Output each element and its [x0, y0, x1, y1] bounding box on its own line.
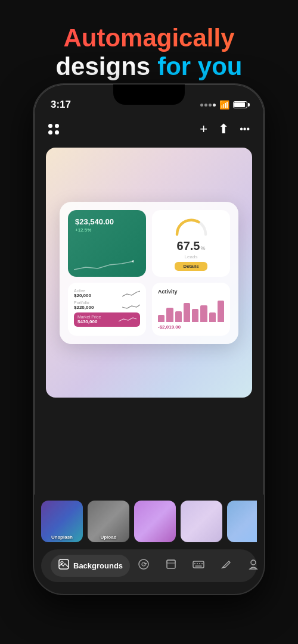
activity-card: Activity -$2,019.00: [152, 283, 230, 336]
phone-frame: 3:17 📶 + ⬆ •••: [33, 83, 265, 595]
stat-active-value: $20,000: [74, 293, 91, 298]
details-button[interactable]: Details: [175, 262, 207, 271]
draw-icon: [219, 558, 232, 574]
keyboard-icon: [192, 558, 205, 574]
stat-active-label: Active: [74, 289, 91, 293]
toolbar-actions: + ⬆ •••: [200, 121, 250, 137]
active-sparkline: [122, 289, 140, 298]
bar-5: [192, 309, 198, 322]
grid-dot-1: [48, 124, 52, 128]
gauge-value: 67.5: [177, 239, 200, 253]
app-header: Automagically designs for you: [0, 0, 298, 93]
stat-market-label: Market Price: [77, 315, 101, 319]
headline-automagically: Automagically: [18, 24, 280, 52]
svg-rect-7: [193, 561, 204, 568]
stat-portfolio-label: Portfolio: [74, 301, 94, 305]
stat-row-market: Market Price $430,000: [74, 312, 140, 327]
tab-layers[interactable]: [157, 554, 185, 577]
more-button[interactable]: •••: [240, 124, 250, 135]
tab-draw[interactable]: [212, 554, 240, 577]
share-button[interactable]: ⬆: [218, 121, 229, 137]
stats-card: Active $20,000 Portfolio $220,000: [68, 283, 146, 336]
stat-row-active: Active $20,000: [74, 289, 140, 298]
gauge-label: Leads: [185, 254, 198, 260]
design-canvas[interactable]: $23,540.00 +12.5% 67.5 % Leads Detai: [46, 148, 252, 398]
backgrounds-icon: [58, 558, 70, 573]
phone-toolbar: + ⬆ •••: [34, 117, 264, 142]
balance-card: $23,540.00 +12.5%: [68, 210, 146, 277]
balance-chart: [74, 259, 134, 271]
activity-value: -$2,019.00: [158, 324, 224, 330]
activity-chart: [158, 298, 224, 322]
balance-change: +12.5%: [75, 227, 139, 233]
bar-1: [158, 315, 164, 322]
svg-point-2: [61, 561, 63, 564]
layers-icon: [164, 558, 178, 574]
signal-dots: [200, 104, 216, 107]
grid-dot-4: [55, 130, 59, 135]
bar-8: [218, 301, 224, 322]
grid-icon[interactable]: [48, 124, 59, 135]
headline-foryou: for you: [157, 52, 242, 81]
stat-market-value: $430,000: [77, 319, 101, 324]
stat-portfolio-value: $220,000: [74, 305, 94, 310]
thumb-purple[interactable]: [134, 501, 176, 542]
dashboard-preview: $23,540.00 +12.5% 67.5 % Leads Detai: [60, 202, 238, 344]
tab-bar: Backgrounds: [41, 549, 257, 582]
bar-2: [166, 308, 173, 322]
svg-rect-1: [59, 559, 69, 569]
portfolio-sparkline: [122, 301, 140, 310]
market-sparkline: [119, 315, 136, 324]
bar-3: [175, 311, 182, 322]
balance-amount: $23,540.00: [75, 217, 139, 226]
headline-designs: designs: [55, 52, 150, 81]
leads-gauge-card: 67.5 % Leads Details: [152, 210, 230, 277]
svg-rect-5: [167, 560, 175, 568]
grid-dot-3: [48, 130, 52, 135]
thumb-upload-label: Upload: [88, 534, 129, 540]
gauge-unit: %: [200, 245, 205, 251]
stickers-icon: [137, 558, 150, 574]
shapes-icon: [247, 558, 260, 574]
headline-tagline: designs for you: [18, 52, 280, 81]
thumb-upload[interactable]: Upload: [88, 501, 129, 542]
activity-title: Activity: [158, 289, 224, 295]
thumb-unsplash[interactable]: Unsplash: [41, 501, 83, 542]
phone-bottom-panel: Unsplash Upload Backgrounds: [34, 495, 264, 594]
tab-backgrounds[interactable]: Backgrounds: [51, 555, 130, 577]
tab-shapes[interactable]: [240, 554, 265, 577]
signal-dot-2: [204, 104, 207, 107]
status-icons: 📶: [200, 100, 247, 110]
bar-4: [184, 303, 190, 322]
backgrounds-label: Backgrounds: [73, 561, 123, 570]
thumb-lavender[interactable]: [181, 501, 222, 542]
wifi-icon: 📶: [219, 100, 229, 110]
status-time: 3:17: [51, 99, 71, 111]
thumb-blue[interactable]: [227, 501, 257, 542]
tab-stickers[interactable]: [130, 554, 157, 577]
add-button[interactable]: +: [200, 121, 207, 137]
thumb-unsplash-label: Unsplash: [41, 534, 83, 540]
signal-dot-3: [209, 104, 212, 107]
battery-icon: [233, 101, 247, 108]
grid-dot-2: [55, 124, 59, 128]
status-bar: 3:17 📶: [34, 85, 264, 117]
svg-point-0: [132, 260, 134, 262]
bar-7: [209, 312, 216, 322]
tab-keyboard[interactable]: [185, 554, 212, 577]
gauge-chart: [173, 216, 209, 237]
stat-row-portfolio: Portfolio $220,000: [74, 301, 140, 310]
background-thumbnails[interactable]: Unsplash Upload: [41, 501, 257, 542]
bar-6: [200, 305, 207, 322]
svg-point-13: [251, 560, 256, 565]
phone-notch: [113, 85, 185, 105]
signal-dot-1: [200, 104, 203, 107]
